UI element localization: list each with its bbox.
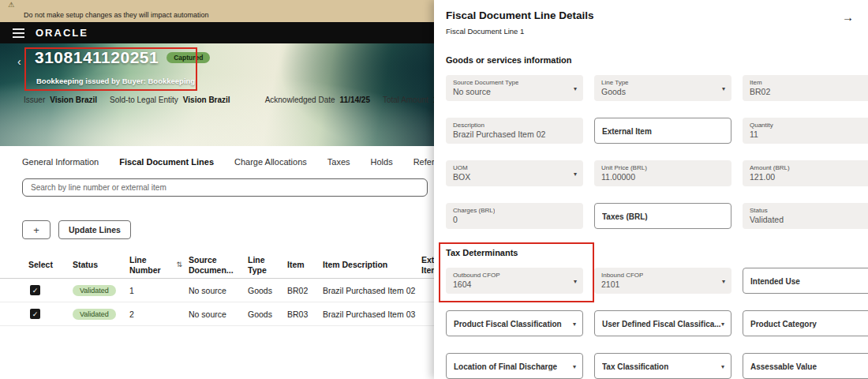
info-label: Acknowledged Date bbox=[265, 96, 335, 104]
section-title-tax-determinants: Tax Determinants bbox=[446, 248, 868, 257]
cell-line-number: 1 bbox=[129, 286, 189, 295]
field-label: Taxes (BRL) bbox=[602, 212, 648, 220]
field-label: Description bbox=[453, 122, 485, 129]
info-label: Issuer bbox=[24, 96, 45, 104]
field-label: Amount (BRL) bbox=[750, 164, 790, 171]
tab-taxes[interactable]: Taxes bbox=[327, 157, 350, 167]
field-value: 1604 bbox=[453, 280, 471, 289]
chevron-down-icon: ▾ bbox=[721, 320, 724, 327]
column-header-status: Status bbox=[73, 260, 129, 270]
field-label: Status bbox=[750, 207, 768, 214]
warning-icon: ⚠ bbox=[8, 1, 14, 9]
field-label: Outbound CFOP bbox=[453, 272, 500, 279]
field-uom[interactable]: UOM BOX ▾ bbox=[446, 160, 583, 186]
field-amount-brl[interactable]: Amount (BRL) 121.00 bbox=[743, 160, 868, 186]
add-line-button[interactable]: + bbox=[22, 220, 51, 239]
field-tax-classification[interactable]: Tax Classification ▾ bbox=[594, 353, 731, 379]
cell-item-description: Brazil Purchased Item 03 bbox=[323, 310, 421, 319]
field-label: Intended Use bbox=[750, 276, 800, 285]
header-info-item: Acknowledged Date 11/14/25 bbox=[265, 96, 370, 104]
line-number-label: Line Number bbox=[129, 255, 173, 275]
field-location-of-final-discharge[interactable]: Location of Final Discharge ▾ bbox=[446, 353, 583, 379]
status-badge-captured: Captured bbox=[166, 52, 210, 63]
tab-general-information[interactable]: General Information bbox=[22, 157, 99, 167]
field-label: Line Type bbox=[601, 79, 629, 86]
field-value: Goods bbox=[601, 87, 626, 96]
cell-item: BR02 bbox=[287, 286, 323, 295]
field-value: BOX bbox=[453, 172, 470, 182]
field-label: External Item bbox=[602, 126, 652, 135]
line-details-panel: Fiscal Document Line Details Fiscal Docu… bbox=[434, 0, 868, 379]
tab-fiscal-document-lines[interactable]: Fiscal Document Lines bbox=[119, 157, 214, 167]
field-label: Item bbox=[750, 79, 762, 86]
field-assessable-value[interactable]: Assessable Value bbox=[743, 353, 868, 379]
field-line-type[interactable]: Line Type Goods ▾ bbox=[594, 75, 731, 101]
field-outbound-cfop[interactable]: Outbound CFOP 1604 ▾ bbox=[446, 268, 583, 294]
field-value: BR02 bbox=[750, 87, 770, 96]
info-value: 11/14/25 bbox=[340, 96, 370, 104]
table-row[interactable]: ✓ Validated 2 No source Goods BR03 Brazi… bbox=[0, 302, 434, 326]
sort-icon[interactable]: ⇅ bbox=[176, 261, 182, 269]
field-source-document-type[interactable]: Source Document Type No source ▾ bbox=[446, 75, 583, 101]
field-label: Inbound CFOP bbox=[601, 272, 643, 279]
collapse-panel-arrow-icon[interactable]: → bbox=[842, 10, 854, 24]
field-label: UOM bbox=[453, 164, 468, 171]
back-icon[interactable]: ‹ bbox=[17, 55, 21, 68]
field-label: Quantity bbox=[750, 122, 773, 129]
row-checkbox[interactable]: ✓ bbox=[30, 309, 40, 319]
field-external-item[interactable]: External Item bbox=[594, 118, 731, 144]
chevron-down-icon: ▾ bbox=[573, 320, 576, 327]
field-description[interactable]: Description Brazil Purchased Item 02 bbox=[446, 118, 583, 144]
header-info-item: Issuer Vision Brazil bbox=[24, 96, 97, 104]
row-checkbox[interactable]: ✓ bbox=[30, 285, 40, 295]
tab-charge-allocations[interactable]: Charge Allocations bbox=[234, 157, 307, 167]
field-charges-brl[interactable]: Charges (BRL) 0 bbox=[446, 203, 583, 229]
search-input[interactable] bbox=[22, 178, 428, 197]
field-label: Assessable Value bbox=[750, 362, 817, 370]
field-item[interactable]: Item BR02 bbox=[743, 75, 868, 101]
field-label: Product Category bbox=[750, 319, 817, 328]
field-status[interactable]: Status Validated bbox=[743, 203, 868, 229]
field-value: No source bbox=[453, 87, 491, 96]
field-value: 11.00000 bbox=[601, 172, 635, 182]
column-header-line-number[interactable]: Line Number ⇅ bbox=[129, 255, 189, 275]
cell-source-document: No source bbox=[189, 310, 248, 319]
column-header-external-item: External Item bbox=[421, 255, 434, 275]
field-label: Tax Classification bbox=[602, 362, 668, 370]
field-taxes-brl[interactable]: Taxes (BRL) bbox=[594, 203, 731, 229]
header-info-item: Sold-to Legal Entity Vision Brazil bbox=[110, 96, 230, 104]
field-product-category[interactable]: Product Category bbox=[743, 310, 868, 336]
field-value: 2101 bbox=[601, 280, 619, 289]
field-quantity[interactable]: Quantity 11 bbox=[743, 118, 868, 144]
field-user-defined-fiscal-classifica[interactable]: User Defined Fiscal Classifica... ▾ bbox=[594, 310, 731, 336]
field-intended-use[interactable]: Intended Use bbox=[743, 268, 868, 294]
info-value: Vision Brazil bbox=[50, 96, 97, 104]
document-header-banner: ‹ 3108141120251 Captured Bookkeeping iss… bbox=[0, 43, 434, 146]
chevron-down-icon: ▾ bbox=[574, 277, 577, 284]
field-label: User Defined Fiscal Classifica... bbox=[602, 319, 720, 328]
column-header-source-document: Source Documen... bbox=[189, 255, 248, 275]
header-info-item: Total Amount 11.00 BRL bbox=[383, 96, 434, 104]
chevron-down-icon: ▾ bbox=[573, 362, 576, 370]
cell-line-type: Goods bbox=[248, 310, 287, 319]
table-row[interactable]: ✓ Validated 1 No source Goods BR02 Brazi… bbox=[0, 279, 434, 302]
tax-determinants-section: Tax Determinants Outbound CFOP 1604 ▾ In… bbox=[446, 248, 868, 379]
update-lines-button[interactable]: Update Lines bbox=[58, 220, 131, 239]
tab-holds[interactable]: Holds bbox=[371, 157, 393, 167]
table-body: ✓ Validated 1 No source Goods BR02 Brazi… bbox=[0, 279, 434, 326]
tab-reference-documents[interactable]: Reference Documents bbox=[413, 157, 434, 167]
field-value: Brazil Purchased Item 02 bbox=[453, 129, 545, 139]
field-product-fiscal-classification[interactable]: Product Fiscal Classification ▾ bbox=[446, 310, 583, 336]
hamburger-menu-icon[interactable] bbox=[13, 28, 24, 38]
setup-warning-banner: ⚠ Do not make setup changes as they will… bbox=[0, 0, 434, 22]
field-unit-price-brl[interactable]: Unit Price (BRL) 11.00000 bbox=[594, 160, 731, 186]
field-label: Charges (BRL) bbox=[453, 207, 495, 214]
document-info-row: Issuer Vision Brazil Sold-to Legal Entit… bbox=[24, 96, 434, 104]
panel-title: Fiscal Document Line Details bbox=[446, 9, 594, 21]
tab-bar: General InformationFiscal Document Lines… bbox=[0, 153, 434, 171]
chevron-down-icon: ▾ bbox=[574, 84, 577, 92]
field-inbound-cfop[interactable]: Inbound CFOP 2101 ▾ bbox=[594, 268, 731, 294]
field-label: Source Document Type bbox=[453, 79, 518, 86]
cell-line-number: 2 bbox=[129, 310, 189, 319]
cell-source-document: No source bbox=[189, 286, 248, 295]
